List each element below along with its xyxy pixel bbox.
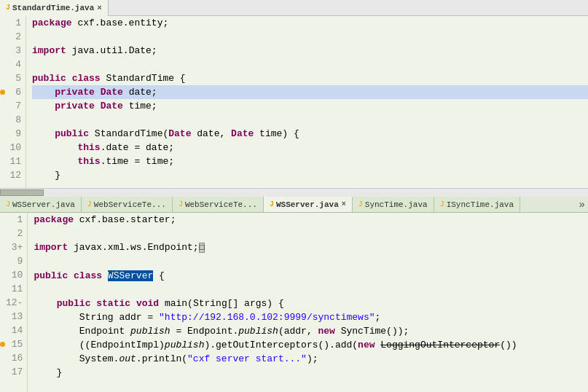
- bottom-tab-synctime[interactable]: J SyncTime.java: [353, 197, 434, 213]
- top-tab-label: StandardTime.java: [12, 4, 94, 12]
- java-file-icon-4: J: [270, 200, 274, 208]
- bottom-gutter: [0, 213, 6, 392]
- line-num-12: 12: [6, 168, 21, 182]
- line-num-11: 11: [6, 154, 21, 168]
- tab-overflow-button[interactable]: »: [576, 199, 588, 211]
- bottom-line-numbers: 1 2 3+ 9 10 11 12- 13 14 15 16 17: [6, 213, 28, 392]
- b-gutter-3: [0, 240, 6, 254]
- b-code-line-2: [34, 227, 588, 240]
- top-code-col[interactable]: package cxf.base.entity; import java.uti…: [26, 16, 588, 188]
- bottom-tab-label-5: SyncTime.java: [365, 200, 428, 209]
- code-line-12: }: [32, 168, 588, 182]
- code-line-1: package cxf.base.entity;: [32, 16, 588, 30]
- code-line-3: import java.util.Date;: [32, 44, 588, 58]
- b-gutter-15: [0, 337, 6, 351]
- top-line-numbers: 1 2 3 4 5 6 7 8 9 10 11 12: [6, 16, 26, 188]
- code-line-9: public StandardTime(Date date, Date time…: [32, 127, 588, 141]
- gutter-line-9: [0, 127, 6, 141]
- code-line-8: [32, 113, 588, 127]
- b-gutter-2: [0, 227, 6, 240]
- code-line-6: private Date date;: [32, 85, 588, 99]
- gutter-line-10: [0, 141, 6, 154]
- gutter-line-1: [0, 16, 6, 30]
- gutter-line-8: [0, 113, 6, 127]
- b-code-line-3: import javax.xml.ws.Endpoint;□: [34, 240, 588, 255]
- bottom-code-col[interactable]: package cxf.base.starter; import javax.x…: [28, 213, 588, 392]
- top-scrollbar-thumb[interactable]: [0, 189, 44, 196]
- b-code-line-1: package cxf.base.starter;: [34, 213, 588, 227]
- b-line-num-3: 3+: [6, 240, 23, 254]
- line-num-3: 3: [6, 44, 21, 58]
- b-line-num-10: 10: [6, 268, 23, 282]
- code-line-4: [32, 58, 588, 71]
- b-code-line-11: [34, 283, 588, 297]
- b-code-line-10: public class WSServer {: [34, 269, 588, 283]
- code-line-10: this.date = date;: [32, 141, 588, 154]
- b-gutter-5: [0, 268, 6, 282]
- top-tab-close[interactable]: ×: [97, 4, 102, 12]
- line-num-4: 4: [6, 58, 21, 71]
- bottom-tab-close[interactable]: ×: [342, 200, 346, 208]
- b-gutter-9: [0, 324, 6, 337]
- line-num-10: 10: [6, 141, 21, 154]
- java-file-icon-1: J: [6, 200, 10, 208]
- java-file-icon-6: J: [440, 200, 444, 208]
- top-tab-bar: J StandardTime.java ×: [0, 0, 588, 16]
- bottom-tab-label-2: WebServiceTe...: [94, 200, 166, 209]
- gutter-line-5: [0, 71, 6, 85]
- code-line-7: private Date time;: [32, 99, 588, 113]
- top-gutter: [0, 16, 6, 188]
- b-line-num-16: 16: [6, 351, 23, 365]
- gutter-line-11: [0, 154, 6, 168]
- bottom-tab-bar: J WSServer.java J WebServiceTe... J WebS…: [0, 197, 588, 213]
- b-gutter-4: [0, 254, 6, 268]
- line-num-7: 7: [6, 99, 21, 113]
- gutter-line-12: [0, 168, 6, 182]
- bottom-tab-label-4: WSServer.java: [276, 200, 339, 209]
- code-line-2: [32, 30, 588, 44]
- b-line-num-14: 14: [6, 324, 23, 337]
- line-num-6: 6: [6, 85, 21, 99]
- b-line-num-12: 12-: [6, 296, 23, 310]
- bottom-code-area: 1 2 3+ 9 10 11 12- 13 14 15 16 17 packag…: [0, 213, 588, 392]
- java-file-icon-2: J: [87, 200, 92, 208]
- b-line-num-11: 11: [6, 282, 23, 296]
- b-code-line-12: public static void main(String[] args) {: [34, 297, 588, 310]
- gutter-line-2: [0, 30, 6, 44]
- java-file-icon-3: J: [179, 200, 183, 208]
- line-num-2: 2: [6, 30, 21, 44]
- b-code-line-16: System.out.println("cxf server start..."…: [34, 352, 588, 366]
- b-line-num-9: 9: [6, 254, 23, 268]
- line-num-5: 5: [6, 71, 21, 85]
- line-num-8: 8: [6, 113, 21, 127]
- bottom-tab-isynctime[interactable]: J ISyncTime.java: [434, 197, 520, 213]
- line-num-1: 1: [6, 16, 21, 30]
- bottom-tab-webservicete2[interactable]: J WebServiceTe...: [173, 197, 264, 213]
- b-line-num-2: 2: [6, 227, 23, 240]
- code-line-5: public class StandardTime {: [32, 71, 588, 85]
- gutter-line-3: [0, 44, 6, 58]
- b-gutter-6: [0, 282, 6, 296]
- gutter-line-7: [0, 99, 6, 113]
- b-gutter-16: [0, 351, 6, 365]
- gutter-line-6: [0, 85, 6, 99]
- b-gutter-7: [0, 296, 6, 310]
- b-gutter-1: [0, 213, 6, 227]
- top-tab-standardtime[interactable]: J StandardTime.java ×: [0, 0, 109, 16]
- bottom-tab-label-3: WebServiceTe...: [185, 200, 257, 209]
- b-code-line-15: ((EndpointImpl)publish).getOutIntercepto…: [34, 338, 588, 352]
- b-line-num-17: 17: [6, 365, 23, 379]
- b-line-num-13: 13: [6, 310, 23, 324]
- bottom-tab-label-6: ISyncTime.java: [447, 200, 514, 209]
- top-scrollbar[interactable]: [0, 188, 588, 197]
- b-gutter-17: [0, 365, 6, 379]
- editor-container: J StandardTime.java ×: [0, 0, 588, 392]
- bottom-tab-wsserver2[interactable]: J WSServer.java ×: [264, 197, 353, 213]
- java-file-icon: J: [6, 4, 10, 12]
- b-code-line-9: [34, 255, 588, 269]
- java-file-icon-5: J: [358, 200, 363, 208]
- bottom-tab-wsserver1[interactable]: J WSServer.java: [0, 197, 82, 213]
- bottom-pane: J WSServer.java J WebServiceTe... J WebS…: [0, 197, 588, 392]
- b-code-line-14: Endpoint publish = Endpoint.publish(addr…: [34, 324, 588, 338]
- bottom-tab-webservicete1[interactable]: J WebServiceTe...: [82, 197, 173, 213]
